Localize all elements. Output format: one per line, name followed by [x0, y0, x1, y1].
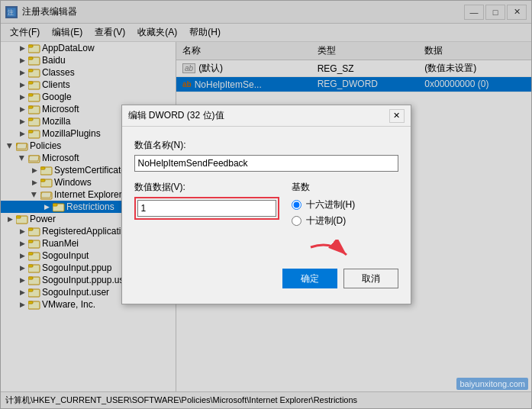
dialog-title-bar: 编辑 DWORD (32 位)值 ✕: [122, 105, 411, 127]
dialog-close-button[interactable]: ✕: [389, 109, 405, 123]
dialog-buttons: 确定 取消: [134, 269, 398, 291]
data-label: 数值数据(V):: [134, 181, 279, 194]
value-input-wrap: [134, 197, 279, 220]
name-label: 数值名称(N):: [134, 139, 398, 152]
name-input[interactable]: [134, 155, 398, 172]
radio-hex[interactable]: 十六进制(H): [292, 198, 398, 211]
dialog-title: 编辑 DWORD (32 位)值: [128, 109, 224, 122]
confirm-button[interactable]: 确定: [282, 269, 337, 288]
red-arrow-icon: [307, 240, 353, 262]
edit-dword-dialog: 编辑 DWORD (32 位)值 ✕ 数值名称(N): 数值数据(V):: [121, 105, 411, 304]
radio-dec-label: 十进制(D): [306, 214, 347, 227]
value-section: 数值数据(V):: [134, 181, 279, 230]
radio-dec[interactable]: 十进制(D): [292, 214, 398, 227]
main-window: 注 注册表编辑器 — □ ✕ 文件(F) 编辑(E) 查看(V) 收藏夹(A) …: [0, 0, 532, 409]
dialog-overlay: 编辑 DWORD (32 位)值 ✕ 数值名称(N): 数值数据(V):: [1, 1, 531, 408]
radix-section: 基数 十六进制(H) 十进制(D): [292, 181, 398, 230]
radio-dec-input[interactable]: [292, 216, 301, 226]
radio-hex-label: 十六进制(H): [306, 198, 356, 211]
data-input[interactable]: [137, 200, 276, 217]
cancel-button[interactable]: 取消: [343, 269, 398, 288]
arrow-annotation: [134, 240, 398, 262]
radix-label: 基数: [292, 181, 398, 194]
dialog-body: 数值名称(N): 数值数据(V): 基数: [122, 127, 411, 304]
watermark: baiyunxitong.com: [456, 378, 528, 390]
radio-hex-input[interactable]: [292, 200, 301, 210]
dialog-row: 数值数据(V): 基数 十六进制(H): [134, 181, 398, 230]
